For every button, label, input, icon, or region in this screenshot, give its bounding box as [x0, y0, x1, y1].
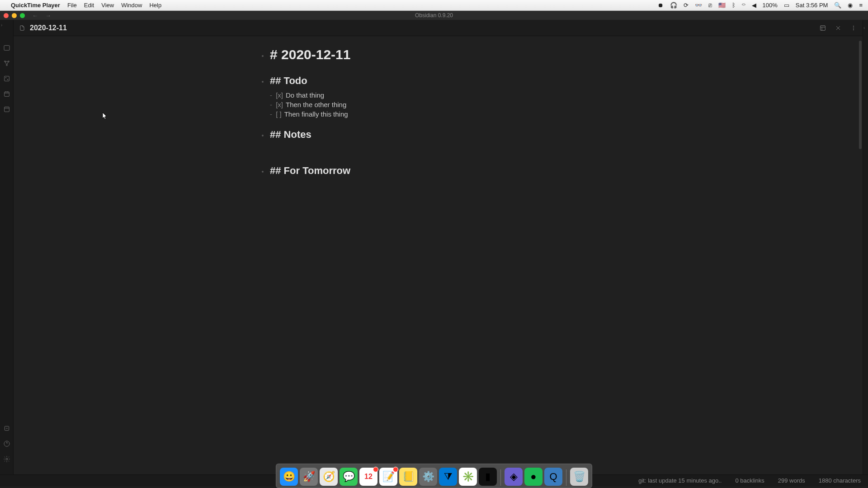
menubar-headphones-icon[interactable]: 🎧	[670, 2, 677, 9]
macos-dock: 😀🚀🧭💬12📝📒⚙️⧩✳️▮◈●Q🗑️	[276, 464, 592, 488]
svg-rect-12	[821, 25, 826, 30]
svg-point-6	[7, 79, 8, 80]
markdown-editor[interactable]: # 2020-12-11 ## Todo - [x]Do that thing …	[262, 36, 614, 208]
status-backlinks[interactable]: 0 backlinks	[735, 477, 764, 484]
menu-file[interactable]: File	[67, 2, 77, 9]
menubar-glasses-icon[interactable]: 👓	[695, 2, 702, 9]
menubar-battery-pct[interactable]: 100%	[763, 2, 778, 9]
more-options-icon[interactable]	[850, 24, 857, 32]
svg-point-15	[853, 29, 854, 30]
right-sidebar-expand-icon[interactable]: ‹	[863, 25, 865, 30]
menu-edit[interactable]: Edit	[84, 2, 94, 9]
window-zoom-button[interactable]	[20, 13, 25, 18]
dock-terminal-icon[interactable]: ▮	[479, 468, 497, 486]
svg-point-5	[5, 77, 6, 78]
tab-title[interactable]: 2020-12-11	[30, 24, 67, 32]
menubar-sync-icon[interactable]: ⟳	[684, 2, 689, 9]
dock-safari-icon[interactable]: 🧭	[320, 468, 338, 486]
h2-notes[interactable]: ## Notes	[270, 129, 311, 140]
menubar-wifi-icon[interactable]: ⌔	[742, 2, 745, 9]
menubar-app-name[interactable]: QuickTime Player	[11, 2, 60, 9]
h1-text[interactable]: # 2020-12-11	[270, 47, 350, 62]
svg-rect-0	[4, 46, 9, 51]
dock-reminders-icon[interactable]: 📝	[379, 468, 397, 486]
task-text[interactable]: Do that thing	[286, 91, 324, 99]
dock-obsidian-icon[interactable]: ◈	[505, 468, 523, 486]
main-pane: 2020-12-11 # 2020-12-11 ## Todo - [x]Do …	[14, 20, 863, 474]
dock-messages-icon[interactable]: 💬	[340, 468, 358, 486]
dock-notes-icon[interactable]: 📒	[399, 468, 417, 486]
checkbox-unchecked-icon[interactable]: [ ]	[276, 110, 282, 118]
window-titlebar: ← → Obsidian 0.9.20	[0, 11, 868, 20]
window-close-button[interactable]	[4, 13, 9, 18]
dock-finder-icon[interactable]: 😀	[280, 468, 298, 486]
file-icon	[19, 25, 25, 31]
dock-settings-icon[interactable]: ⚙️	[419, 468, 437, 486]
svg-point-13	[853, 26, 854, 27]
menubar-siri-icon[interactable]: ◉	[848, 2, 853, 9]
menu-view[interactable]: View	[101, 2, 114, 9]
h2-todo[interactable]: ## Todo	[270, 75, 307, 86]
svg-rect-4	[4, 76, 9, 81]
scrollbar-thumb[interactable]	[859, 41, 862, 149]
nav-forward-button[interactable]: →	[45, 12, 51, 19]
task-text[interactable]: Then the other thing	[286, 101, 346, 108]
dock-quicktime-icon[interactable]: Q	[544, 468, 562, 486]
ribbon-graph-icon[interactable]	[3, 60, 10, 67]
svg-rect-7	[4, 92, 9, 96]
window-title: Obsidian 0.9.20	[415, 12, 453, 19]
checkbox-checked-icon[interactable]: [x]	[276, 101, 283, 108]
close-tab-icon[interactable]	[835, 24, 842, 32]
dock-slack-icon[interactable]: ✳️	[459, 468, 477, 486]
preview-mode-icon[interactable]	[819, 24, 826, 32]
svg-rect-8	[4, 107, 9, 112]
macos-menubar: QuickTime Player File Edit View Window H…	[0, 0, 868, 11]
dock-spotify-icon[interactable]: ●	[524, 468, 542, 486]
dock-calendar-icon[interactable]: 12	[359, 468, 377, 486]
traffic-lights	[4, 13, 25, 18]
editor-viewport[interactable]: # 2020-12-11 ## Todo - [x]Do that thing …	[14, 36, 863, 474]
menubar-display-icon[interactable]: ⎚	[708, 2, 712, 9]
ribbon-command-icon[interactable]	[3, 425, 10, 432]
menubar-clock[interactable]: Sat 3:56 PM	[796, 2, 828, 9]
ribbon-daily-icon[interactable]	[3, 90, 10, 98]
menubar-bluetooth-icon[interactable]: ᛒ	[732, 2, 736, 9]
status-git[interactable]: git: last update 15 minutes ago..	[638, 477, 722, 484]
sidebar-expand-icon[interactable]: ›	[1, 23, 2, 28]
ribbon-help-icon[interactable]	[3, 440, 10, 447]
ribbon-template-icon[interactable]	[3, 106, 10, 113]
left-ribbon: ›	[0, 20, 14, 474]
dock-trash-icon[interactable]: 🗑️	[570, 468, 588, 486]
dock-vscode-icon[interactable]: ⧩	[439, 468, 457, 486]
menubar-notifications-icon[interactable]: ≡	[859, 2, 863, 9]
status-words: 299 words	[778, 477, 805, 484]
svg-point-11	[6, 458, 8, 460]
right-sidebar-collapsed: ‹	[863, 20, 868, 474]
checkbox-checked-icon[interactable]: [x]	[276, 91, 283, 99]
window-minimize-button[interactable]	[12, 13, 17, 18]
menubar-battery-icon[interactable]: ▭	[784, 2, 789, 9]
menu-help[interactable]: Help	[149, 2, 161, 9]
ribbon-settings-icon[interactable]	[3, 455, 10, 463]
nav-back-button[interactable]: ←	[32, 12, 38, 19]
status-chars: 1880 characters	[819, 477, 861, 484]
menubar-rec-icon[interactable]: ⏺	[658, 2, 664, 9]
menu-window[interactable]: Window	[121, 2, 142, 9]
svg-point-3	[6, 65, 7, 66]
menubar-spotlight-icon[interactable]: 🔍	[834, 2, 841, 9]
task-text[interactable]: Then finally this thing	[284, 110, 348, 118]
svg-point-14	[853, 28, 854, 28]
h2-tomorrow[interactable]: ## For Tomorrow	[270, 165, 350, 176]
ribbon-file-explorer-icon[interactable]	[3, 44, 10, 52]
dock-launchpad-icon[interactable]: 🚀	[300, 468, 318, 486]
menubar-volume-icon[interactable]: ◀	[752, 2, 756, 9]
ribbon-random-icon[interactable]	[3, 75, 10, 82]
menubar-flag-icon[interactable]: 🇺🇸	[718, 2, 726, 9]
tab-header: 2020-12-11	[14, 20, 863, 36]
